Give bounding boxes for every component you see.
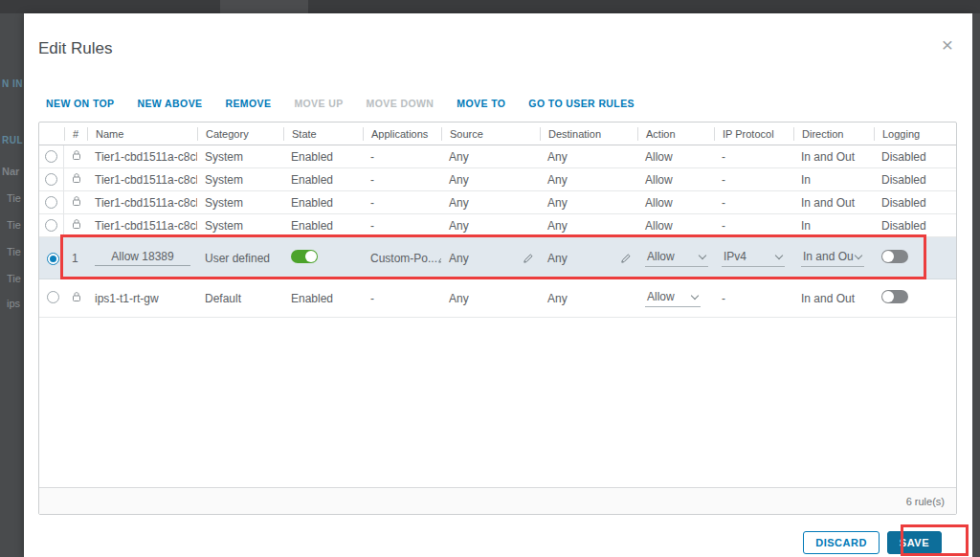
header-action: Action [637, 127, 714, 141]
cell-applications: - [363, 173, 441, 187]
header-state: State [283, 127, 363, 141]
cell-state: Enabled [283, 173, 363, 187]
chevron-down-icon [775, 251, 783, 258]
row-radio[interactable] [45, 173, 57, 186]
cell-category: User defined [197, 252, 283, 265]
background-topbar-segment [220, 0, 308, 13]
move-to-button[interactable]: MOVE TO [457, 98, 505, 109]
background-page-left: N IN RUL Nar Tie Tie Tie Tie ips [0, 13, 24, 557]
cell-destination: Any [540, 219, 637, 233]
cell-destination: Any [547, 252, 568, 265]
rules-table: # Name Category State Applications Sourc… [38, 122, 957, 515]
screen: { "dialog": { "title": "Edit Rules", "cl… [0, 0, 980, 557]
discard-button[interactable]: DISCARD [803, 531, 880, 554]
cell-source: Any [441, 150, 540, 164]
cell-category: System [197, 173, 283, 187]
cell-name: Tier1-cbd1511a-c8cb-4... [87, 196, 197, 210]
header-select [39, 127, 64, 141]
go-to-user-rules-button[interactable]: GO TO USER RULES [528, 98, 635, 109]
new-above-button[interactable]: NEW ABOVE [137, 98, 202, 109]
table-footer: 6 rule(s) [39, 487, 956, 514]
dialog-title: Edit Rules [38, 39, 112, 58]
cell-category: Default [197, 292, 283, 305]
rule-name-input[interactable] [95, 250, 190, 266]
direction-dropdown[interactable]: In and Ou [801, 250, 864, 267]
header-logging: Logging [874, 127, 958, 141]
cell-applications: - [363, 150, 441, 164]
state-toggle-on[interactable] [291, 250, 318, 263]
cell-ip-protocol: - [714, 150, 793, 164]
cell-name: Tier1-cbd1511a-c8cb-4... [87, 219, 197, 233]
cell-ip-protocol: - [714, 292, 793, 305]
table-row-editing: 1 User defined Custom-Po... Any Any Allo… [39, 237, 956, 279]
background-text: N IN [2, 78, 25, 89]
edit-source-icon[interactable] [523, 253, 534, 264]
lock-icon [72, 218, 81, 233]
cell-source: Any [441, 196, 540, 210]
cell-category: System [197, 219, 283, 233]
cell-category: System [197, 196, 283, 210]
cell-ip-protocol: - [714, 173, 793, 187]
cell-ip-protocol: - [714, 219, 793, 233]
row-radio-selected[interactable] [47, 253, 59, 265]
ip-protocol-dropdown[interactable]: IPv4 [722, 250, 785, 267]
row-radio[interactable] [45, 219, 57, 232]
dialog-actions: DISCARD SAVE [803, 531, 942, 554]
background-text: Nar [2, 166, 25, 177]
logging-toggle-off[interactable] [881, 250, 908, 263]
rule-count: 6 rule(s) [906, 496, 945, 507]
cell-logging: Disabled [874, 219, 958, 233]
cell-category: System [197, 150, 283, 164]
cell-num: 1 [64, 252, 87, 265]
row-radio[interactable] [45, 196, 57, 209]
cell-action: Allow [637, 173, 714, 187]
cell-state: Enabled [283, 292, 363, 305]
cell-logging: Disabled [874, 173, 958, 187]
cell-destination: Any [540, 150, 637, 164]
cell-source: Any [441, 173, 540, 187]
logging-toggle-off[interactable] [881, 290, 908, 303]
table-row: Tier1-cbd1511a-c8cb-4... System Enabled … [39, 168, 956, 191]
move-down-button: MOVE DOWN [367, 98, 434, 109]
row-radio[interactable] [47, 291, 59, 303]
cell-name: Tier1-cbd1511a-c8cb-4... [87, 173, 197, 187]
table-row: Tier1-cbd1511a-c8cb-4... System Enabled … [39, 214, 956, 237]
cell-source: Any [441, 219, 540, 233]
save-button[interactable]: SAVE [887, 531, 942, 554]
edit-rules-dialog: Edit Rules × NEW ON TOP NEW ABOVE REMOVE… [24, 13, 972, 557]
lock-icon [72, 195, 81, 210]
remove-button[interactable]: REMOVE [225, 98, 271, 109]
cell-direction: In [793, 219, 874, 233]
close-icon[interactable]: × [942, 34, 953, 55]
cell-destination: Any [540, 196, 637, 210]
background-topbar [0, 0, 980, 13]
cell-state: Enabled [283, 219, 363, 233]
rules-toolbar: NEW ON TOP NEW ABOVE REMOVE MOVE UP MOVE… [46, 98, 635, 109]
header-category: Category [197, 127, 283, 141]
edit-destination-icon[interactable] [620, 253, 632, 264]
background-text: RUL [2, 135, 25, 145]
cell-action: Allow [637, 219, 714, 233]
header-source: Source [441, 127, 540, 141]
cell-destination: Any [540, 173, 637, 187]
cell-ip-protocol: - [714, 196, 793, 210]
cell-source: Any [441, 292, 540, 305]
cell-source: Any [449, 252, 469, 265]
cell-name: ips1-t1-rt-gw [87, 292, 197, 305]
action-dropdown[interactable]: Allow [645, 250, 708, 267]
action-dropdown[interactable]: Allow [645, 290, 701, 307]
row-radio[interactable] [45, 150, 57, 163]
cell-state: Enabled [283, 150, 363, 164]
cell-direction: In [793, 173, 874, 187]
table-header: # Name Category State Applications Sourc… [39, 123, 956, 145]
header-num: # [64, 127, 87, 141]
cell-action: Allow [637, 196, 714, 210]
header-name: Name [87, 127, 197, 141]
cell-action: Allow [637, 150, 714, 164]
new-on-top-button[interactable]: NEW ON TOP [46, 98, 114, 109]
header-direction: Direction [793, 127, 874, 141]
cell-logging: Disabled [874, 150, 958, 164]
cell-applications: - [363, 196, 441, 210]
table-row: Tier1-cbd1511a-c8cb-4... System Enabled … [39, 145, 956, 168]
header-destination: Destination [540, 127, 637, 141]
